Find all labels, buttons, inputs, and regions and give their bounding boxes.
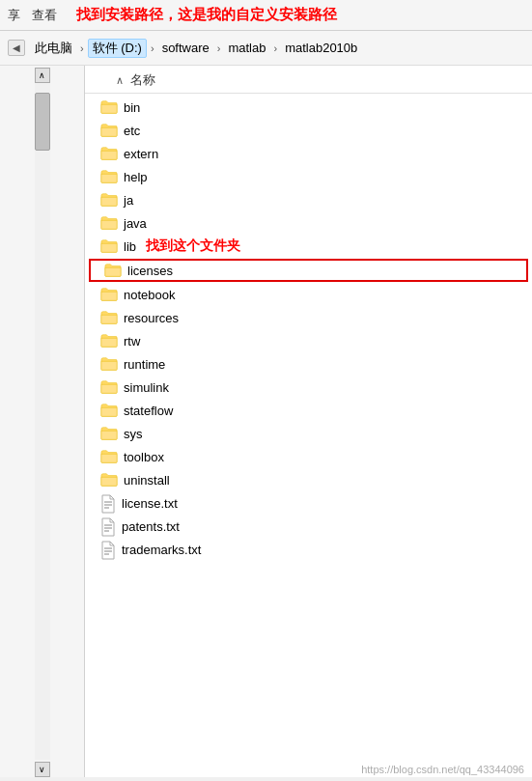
file-name: toolbox: [124, 450, 164, 464]
lib-annotation: 找到这个文件夹: [146, 237, 240, 255]
file-name: java: [124, 216, 147, 231]
left-panel: ∧ ∨: [0, 66, 85, 777]
watermark: https://blog.csdn.net/qq_43344096: [361, 764, 524, 775]
list-item[interactable]: bin: [85, 96, 532, 119]
address-bar: ◀ 此电脑 › 软件 (D:) › software › matlab › ma…: [0, 31, 532, 66]
list-item[interactable]: extern: [85, 142, 532, 165]
address-segment-d[interactable]: 软件 (D:): [88, 39, 147, 58]
scroll-down-button[interactable]: ∨: [35, 762, 50, 777]
address-segment-software[interactable]: software: [158, 41, 213, 55]
folder-icon: [100, 449, 118, 464]
list-item[interactable]: simulink: [85, 376, 532, 399]
nav-back-button[interactable]: ◀: [8, 40, 25, 56]
address-thispc[interactable]: 此电脑: [31, 40, 76, 57]
list-item[interactable]: etc: [85, 119, 532, 142]
scroll-up-button[interactable]: ∧: [35, 68, 50, 83]
file-name: runtime: [124, 357, 165, 372]
list-item[interactable]: sys: [85, 422, 532, 445]
list-item[interactable]: help: [85, 165, 532, 188]
main-layout: ∧ ∨ ∧ 名称 bin: [0, 66, 532, 777]
address-arrow-3: ›: [271, 42, 279, 54]
folder-icon: [104, 263, 122, 278]
file-name: simulink: [124, 380, 169, 395]
list-item[interactable]: runtime: [85, 352, 532, 376]
list-item[interactable]: rtw: [85, 329, 532, 352]
folder-icon: [100, 146, 118, 161]
list-item[interactable]: notebook: [85, 283, 532, 306]
list-item[interactable]: trademarks.txt: [85, 538, 532, 561]
licenses-list-item[interactable]: licenses: [89, 259, 528, 282]
file-icon: [100, 541, 116, 558]
list-item[interactable]: java: [85, 211, 532, 235]
folder-icon: [100, 287, 118, 302]
file-name: etc: [124, 124, 140, 138]
file-name: sys: [124, 427, 143, 441]
list-item[interactable]: uninstall: [85, 468, 532, 491]
file-name: patents.txt: [122, 519, 180, 534]
list-item[interactable]: lib 找到这个文件夹: [85, 235, 532, 258]
address-arrow-0: ›: [78, 42, 86, 54]
file-list: bin etc extern help: [85, 96, 532, 561]
list-item[interactable]: stateflow: [85, 399, 532, 422]
sort-up-icon[interactable]: ∧: [116, 74, 124, 87]
folder-icon: [100, 379, 118, 395]
list-item[interactable]: license.txt: [85, 491, 532, 515]
file-name: uninstall: [124, 473, 170, 488]
folder-icon: [100, 99, 118, 115]
folder-icon: [100, 123, 118, 138]
list-item[interactable]: toolbox: [85, 445, 532, 468]
file-name: bin: [124, 100, 140, 115]
file-name: notebook: [124, 288, 176, 302]
file-name: license.txt: [122, 496, 178, 511]
folder-icon: [100, 333, 118, 349]
address-segment-matlab[interactable]: matlab: [224, 41, 269, 55]
folder-icon: [100, 472, 118, 488]
folder-icon: [100, 215, 118, 231]
toolbar-annotation: 找到安装路径，这是我的自定义安装路径: [76, 6, 337, 24]
file-icon: [100, 494, 116, 512]
column-name-label: 名称: [130, 71, 155, 89]
content-area: ∧ 名称 bin etc: [85, 66, 532, 777]
folder-icon: [100, 426, 118, 441]
address-segment-matlab2010b[interactable]: matlab2010b: [281, 41, 361, 55]
file-name: ja: [124, 193, 133, 208]
file-name: stateflow: [124, 404, 173, 418]
list-item[interactable]: patents.txt: [85, 515, 532, 538]
address-arrow-2: ›: [215, 42, 223, 54]
folder-icon: [100, 238, 118, 254]
toolbar-view[interactable]: 查看: [32, 7, 57, 24]
file-name: help: [124, 170, 148, 184]
file-name: extern: [124, 147, 158, 161]
folder-icon: [100, 403, 118, 418]
file-name: rtw: [124, 334, 140, 349]
folder-icon: [100, 192, 118, 208]
file-name: resources: [124, 311, 179, 325]
scrollbar-track: [35, 83, 50, 760]
folder-icon: [100, 169, 118, 184]
toolbar: 享 查看 找到安装路径，这是我的自定义安装路径: [0, 0, 532, 31]
column-header: ∧ 名称: [85, 70, 532, 94]
folder-icon: [100, 356, 118, 372]
list-item[interactable]: resources: [85, 306, 532, 329]
folder-icon: [100, 310, 118, 325]
scrollbar-thumb[interactable]: [35, 93, 50, 151]
file-name: trademarks.txt: [122, 543, 201, 557]
list-item[interactable]: ja: [85, 188, 532, 211]
file-name: licenses: [127, 264, 173, 278]
file-icon: [100, 517, 116, 535]
address-arrow-1: ›: [149, 42, 156, 54]
file-name: lib: [124, 239, 136, 254]
toolbar-share[interactable]: 享: [8, 7, 20, 24]
